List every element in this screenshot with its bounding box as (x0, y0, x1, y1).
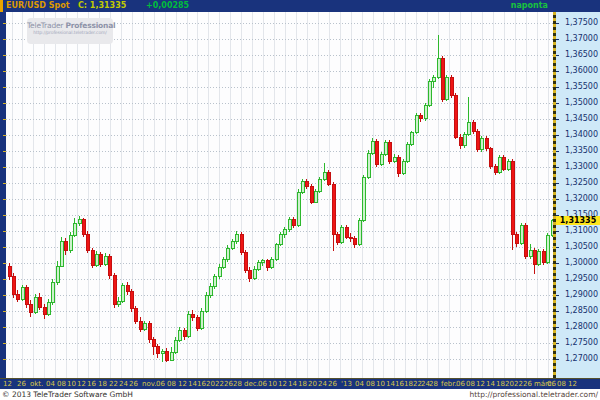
price-tick-label: 1,35000 (556, 99, 598, 107)
price-tick-label: 1,31000 (556, 227, 598, 235)
candle (406, 142, 409, 163)
price-tick-label: 1,35500 (556, 83, 598, 91)
change-value: +0,00285 (146, 1, 189, 10)
candle (257, 260, 260, 271)
candle (86, 231, 89, 253)
price-tick-mark (556, 231, 559, 232)
candle (209, 283, 212, 298)
date-tick-label: 12 (278, 380, 287, 389)
candle (113, 273, 116, 308)
candle (25, 285, 28, 308)
date-tick-label: 16 (395, 380, 404, 389)
candle (73, 218, 76, 237)
candle (314, 189, 317, 203)
price-tick-mark (556, 39, 559, 40)
candle (218, 264, 221, 279)
date-tick-label: 10 (376, 380, 385, 389)
price-tick-mark (556, 71, 559, 72)
candle (21, 285, 24, 301)
price-axis[interactable]: 1,31335 1,375001,370001,365001,360001,35… (556, 12, 600, 378)
price-tick-label: 1,27500 (556, 339, 598, 347)
candle (472, 120, 475, 134)
candle (445, 75, 448, 101)
candle (524, 223, 527, 259)
price-tick-mark (556, 199, 559, 200)
candle (8, 263, 11, 280)
price-tick-label: 1,36500 (556, 51, 598, 59)
date-tick-label: dec. (244, 380, 259, 389)
candle (494, 164, 497, 175)
candle (297, 189, 300, 227)
candle (43, 304, 46, 319)
candle (143, 321, 146, 331)
candle (358, 218, 361, 246)
candle (332, 182, 335, 251)
candle (485, 136, 488, 151)
date-tick-label: 08 (366, 380, 375, 389)
candle (323, 163, 326, 181)
footer-url: http://professional.teletrader.com/ (470, 390, 598, 399)
price-tick-label: 1,29500 (556, 275, 598, 283)
price-tick-mark (556, 103, 559, 104)
price-tick-label: 1,34000 (556, 131, 598, 139)
candle (205, 292, 208, 313)
date-tick-label: 16 (87, 380, 96, 389)
candle (200, 308, 203, 330)
price-tick-label: 1,28500 (556, 307, 598, 315)
candle (533, 248, 536, 274)
time-axis[interactable]: 1226okt.040810121618222426nov.0608121416… (0, 378, 600, 389)
header-accent-mark (0, 0, 3, 12)
candle (511, 159, 514, 250)
candle (187, 311, 190, 338)
symbol-title: EUR/USD Spot (6, 1, 70, 10)
date-tick-label: 06 (547, 380, 556, 389)
copyright-text: © 2013 TeleTrader Software GmbH (2, 390, 133, 399)
last-price: C: 1,31335 (78, 1, 126, 10)
candle (310, 184, 313, 204)
candle (108, 254, 111, 279)
price-tick-mark (556, 279, 559, 280)
date-tick-label: 12 (568, 380, 577, 389)
price-tick-mark (556, 359, 559, 360)
candle (121, 283, 124, 303)
price-tick-label: 1,37500 (556, 19, 598, 27)
candle (428, 79, 431, 107)
candle (69, 232, 72, 253)
candle (60, 237, 63, 267)
date-tick-label: 26 (224, 380, 233, 389)
price-tick-mark (556, 247, 559, 248)
candlestick-chart-area[interactable] (6, 12, 553, 378)
candle (170, 347, 173, 361)
candle (437, 35, 440, 79)
candle (161, 349, 164, 362)
candle (139, 317, 142, 332)
date-tick-label: 08 (167, 380, 176, 389)
candle (156, 344, 159, 358)
date-tick-label: 16 (197, 380, 206, 389)
price-tick-label: 1,37000 (556, 35, 598, 43)
candle (117, 297, 120, 307)
chart-canvas[interactable] (6, 12, 553, 378)
vertical-grid-layer (13, 12, 549, 378)
date-tick-label: 04 (46, 380, 55, 389)
candle (95, 251, 98, 267)
price-tick-mark (556, 343, 559, 344)
candle (327, 170, 330, 186)
candle (16, 290, 19, 302)
date-tick-label: 22 (514, 380, 523, 389)
candle (367, 150, 370, 179)
candle (537, 249, 540, 266)
candle (244, 250, 247, 273)
watermark-url: http://professional.teletrader.com/ (27, 30, 113, 35)
date-tick-label: 10 (67, 380, 76, 389)
candle (47, 299, 50, 316)
candle (546, 233, 549, 264)
date-tick-label: nov. (142, 380, 157, 389)
candle (148, 321, 151, 343)
date-tick-label: 26 (17, 380, 26, 389)
date-tick-label: febr. (441, 380, 457, 389)
candle (235, 231, 238, 244)
date-tick-label: 18 (298, 380, 307, 389)
candle (402, 159, 405, 175)
candle (292, 217, 295, 228)
